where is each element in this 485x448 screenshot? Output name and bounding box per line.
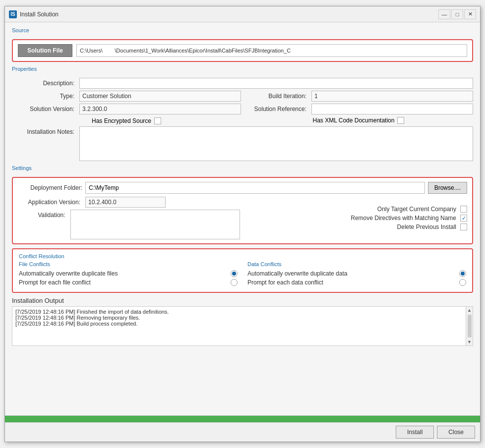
main-content: Source Solution File Properties Descript… [5, 22, 480, 415]
settings-right: Only Target Current Company Remove Direc… [245, 206, 467, 230]
installation-notes-textarea[interactable] [79, 126, 473, 161]
footer: Install Close [5, 415, 480, 442]
installation-output-log: [7/25/2019 12:48:16 PM] Finished the imp… [12, 306, 473, 346]
build-iteration-label: Build Iteration: [244, 93, 308, 100]
prompt-file-conflict-label: Prompt for each file conflict [19, 279, 91, 286]
source-section: Solution File [12, 39, 473, 62]
has-encrypted-source-label: Has Encrypted Source [92, 117, 151, 124]
installation-notes-label: Installation Notes: [12, 126, 76, 135]
maximize-button[interactable]: □ [451, 9, 463, 19]
deployment-folder-label: Deployment Folder: [18, 184, 82, 191]
close-button-footer[interactable]: Close [437, 426, 475, 439]
solution-reference-label: Solution Reference: [244, 106, 308, 112]
has-xml-row: Has XML Code Documentation [244, 117, 473, 124]
close-button[interactable]: ✕ [464, 9, 476, 19]
validation-textarea[interactable] [70, 210, 240, 239]
only-target-row: Only Target Current Company [245, 206, 467, 213]
app-version-input[interactable] [85, 197, 166, 208]
solution-file-button[interactable]: Solution File [18, 44, 72, 57]
progress-bar-fill [5, 416, 480, 422]
app-icon: IS [9, 10, 17, 18]
solution-version-label: Solution Version: [12, 106, 76, 112]
file-conflicts-label: File Conflicts [19, 261, 238, 267]
installation-output-title: Installation Output [12, 297, 473, 304]
build-iteration-input[interactable] [311, 91, 473, 102]
validation-label: Validation: [18, 210, 67, 219]
only-target-label: Only Target Current Company [377, 206, 456, 213]
prompt-file-conflict-option: Prompt for each file conflict [19, 279, 238, 286]
data-conflicts-label: Data Conflicts [247, 261, 466, 267]
browse-button[interactable]: Browse.... [428, 182, 467, 194]
app-version-label: Application Version: [18, 199, 82, 206]
settings-grid: Application Version: Validation: Only Ta… [18, 197, 467, 239]
log-line: [7/25/2019 12:48:16 PM] Removing tempora… [15, 315, 470, 321]
settings-left: Application Version: Validation: [18, 197, 240, 239]
scroll-down-arrow[interactable]: ▼ [466, 338, 473, 345]
source-section-label: Source [12, 27, 473, 33]
prompt-file-conflict-radio[interactable] [231, 279, 238, 286]
log-line: [7/25/2019 12:48:16 PM] Finished the imp… [15, 309, 470, 315]
progress-bar-container [5, 415, 480, 422]
prompt-data-conflict-radio[interactable] [459, 279, 466, 286]
log-lines-container: [7/25/2019 12:48:16 PM] Finished the imp… [15, 309, 470, 327]
conflict-resolution-section: Conflict Resolution File Conflicts Autom… [12, 248, 473, 293]
scrollbar: ▲ ▼ [466, 307, 473, 345]
window-controls: — □ ✕ [438, 9, 476, 19]
scroll-up-arrow[interactable]: ▲ [466, 307, 473, 314]
conflict-grid: File Conflicts Automatically overwrite d… [19, 261, 466, 288]
remove-directives-row: Remove Directives with Matching Name ✓ [245, 215, 467, 222]
delete-previous-label: Delete Previous Install [397, 224, 456, 230]
source-row: Solution File [18, 44, 467, 57]
has-encrypted-row: Has Encrypted Source [12, 117, 241, 124]
scroll-thumb [468, 315, 472, 337]
has-xml-code-doc-label: Has XML Code Documentation [313, 117, 395, 124]
properties-section: Description: Type: Build Iteration: Solu… [12, 78, 473, 161]
type-label: Type: [12, 93, 76, 100]
log-line: [7/25/2019 12:48:16 PM] Build process co… [15, 321, 470, 327]
title-bar: IS Install Solution — □ ✕ [5, 6, 480, 22]
has-encrypted-source-checkbox[interactable] [154, 117, 161, 124]
only-target-checkbox[interactable] [460, 206, 467, 213]
prompt-data-conflict-option: Prompt for each data conflict [247, 279, 466, 286]
delete-previous-checkbox[interactable] [460, 224, 467, 230]
delete-previous-row: Delete Previous Install [245, 224, 467, 230]
has-xml-code-doc-checkbox[interactable] [397, 117, 404, 124]
auto-overwrite-data-radio[interactable] [459, 270, 466, 277]
validation-row: Validation: [18, 210, 240, 239]
deployment-folder-input[interactable] [85, 182, 425, 194]
auto-overwrite-files-radio[interactable] [231, 270, 238, 277]
type-input[interactable] [79, 91, 241, 102]
solution-reference-input[interactable] [311, 104, 473, 114]
deployment-folder-row: Deployment Folder: Browse.... [18, 182, 467, 194]
description-input[interactable] [79, 78, 473, 89]
auto-overwrite-files-label: Automatically overwrite duplicate files [19, 270, 118, 277]
properties-section-label: Properties [12, 66, 473, 72]
installation-output-section: Installation Output [7/25/2019 12:48:16 … [12, 297, 473, 346]
prompt-data-conflict-label: Prompt for each data conflict [247, 279, 323, 286]
solution-file-path-input[interactable] [76, 44, 467, 57]
file-conflicts-col: File Conflicts Automatically overwrite d… [19, 261, 238, 288]
data-conflicts-col: Data Conflicts Automatically overwrite d… [247, 261, 466, 288]
settings-section-label: Settings [12, 165, 473, 171]
footer-buttons: Install Close [5, 422, 480, 442]
auto-overwrite-data-option: Automatically overwrite duplicate data [247, 270, 466, 277]
main-window: IS Install Solution — □ ✕ Source Solutio… [4, 6, 481, 442]
auto-overwrite-data-label: Automatically overwrite duplicate data [247, 270, 347, 277]
window-title: Install Solution [20, 11, 438, 18]
remove-directives-label: Remove Directives with Matching Name [351, 215, 456, 222]
solution-version-input[interactable] [79, 104, 241, 114]
app-version-row: Application Version: [18, 197, 240, 208]
auto-overwrite-files-option: Automatically overwrite duplicate files [19, 270, 238, 277]
remove-directives-checkbox[interactable]: ✓ [460, 215, 467, 222]
settings-section: Deployment Folder: Browse.... Applicatio… [12, 177, 473, 244]
conflict-resolution-label: Conflict Resolution [19, 253, 466, 259]
description-label: Description: [12, 80, 76, 87]
properties-grid: Description: Type: Build Iteration: Solu… [12, 78, 473, 161]
install-button[interactable]: Install [396, 426, 434, 439]
minimize-button[interactable]: — [438, 9, 450, 19]
